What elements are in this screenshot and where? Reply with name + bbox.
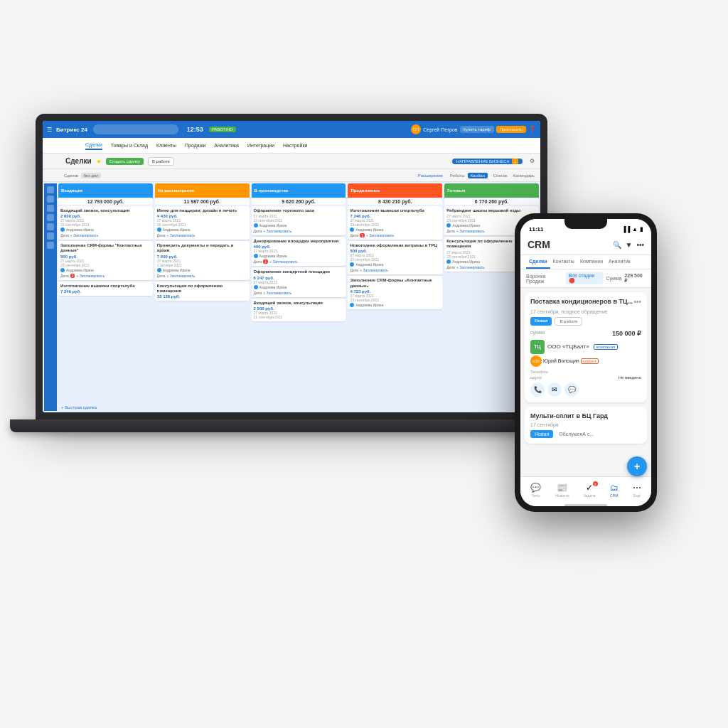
person-name: Андреева Ирина bbox=[355, 262, 383, 267]
phone-tabs: Сделки Контакты Компании Аналитик bbox=[520, 255, 651, 269]
tab-contacts[interactable]: Контакты bbox=[550, 255, 577, 269]
action-email-btn[interactable]: ✉ bbox=[547, 382, 562, 397]
search-icon[interactable]: 🔍 bbox=[613, 241, 621, 249]
table-row[interactable]: Оформление концертной площадки 6 247 руб… bbox=[252, 267, 346, 296]
card-plan-btn[interactable]: + Запланировать bbox=[360, 268, 388, 272]
nav-item-settings[interactable]: Настройки bbox=[283, 141, 307, 149]
phone-card-subtitle: 17 сентября, поздное обращение bbox=[530, 309, 641, 314]
list-item[interactable]: Поставка кондиционеров в ТЦ... ••• 17 се… bbox=[525, 292, 647, 402]
action-chat-btn[interactable]: 💬 bbox=[564, 382, 579, 397]
page-title: Сделки bbox=[65, 157, 92, 165]
card-title: Оформление торгового зала bbox=[254, 208, 344, 213]
calendar-btn[interactable]: Календарь bbox=[513, 173, 535, 178]
nav-item-warehouse[interactable]: Товары и Склад bbox=[111, 141, 148, 149]
detail-address-value: Не введено bbox=[619, 375, 641, 380]
sidebar-icon-3[interactable] bbox=[47, 205, 54, 212]
table-row[interactable]: Консультация по оформлению помещения 35 … bbox=[155, 282, 250, 301]
card-tag: Дела bbox=[60, 233, 69, 237]
nav-item-analytics[interactable]: Аналитика bbox=[214, 141, 239, 149]
fab-create-button[interactable]: + bbox=[627, 456, 647, 476]
card-date2: 21 сентября 2021 bbox=[60, 223, 151, 227]
card-plan-btn[interactable]: + Запланировать bbox=[263, 229, 291, 233]
work-filter-button[interactable]: В работе bbox=[148, 157, 174, 166]
table-row[interactable]: Декорирование площадки мероприятия 400 р… bbox=[252, 237, 346, 266]
table-row[interactable]: Проверить документы и передать в архив 7… bbox=[155, 241, 250, 279]
card-title: Консультация по оформлению помещения bbox=[157, 284, 247, 294]
action-phone-btn[interactable]: 📞 bbox=[530, 382, 545, 397]
card-plan-btn[interactable]: + Запланировать bbox=[366, 233, 395, 237]
more-icon[interactable]: ••• bbox=[636, 241, 644, 249]
card-plan-btn[interactable]: + Запланировать bbox=[167, 274, 196, 278]
person-name: Андреева Ирина bbox=[355, 303, 383, 307]
person-avatar bbox=[254, 254, 258, 258]
tab-companies[interactable]: Компании bbox=[577, 255, 606, 269]
status-new-badge[interactable]: Новая bbox=[530, 317, 552, 326]
nav-item-sales[interactable]: Продажи bbox=[185, 141, 205, 149]
table-row[interactable]: Изготовление вывески спортклуба 7 246 ру… bbox=[348, 206, 442, 240]
table-row[interactable]: Входящий звонок, консультация 2 600 руб.… bbox=[58, 206, 153, 240]
nav-item-integrations[interactable]: Интеграции bbox=[247, 141, 274, 149]
tab-deals[interactable]: Сделки bbox=[526, 255, 550, 269]
settings-icon[interactable]: ⚙ bbox=[530, 158, 535, 164]
card-tag: Дела bbox=[60, 274, 69, 278]
expand-btn[interactable]: Расширение bbox=[418, 173, 443, 178]
table-row[interactable]: Оформление торгового зала 27 марта 2021 … bbox=[252, 206, 346, 235]
status-inwork-badge[interactable]: В работе bbox=[555, 317, 582, 326]
table-row[interactable]: Заполнение CRM-формы "Контактные данные"… bbox=[58, 241, 153, 279]
card-plan-btn[interactable]: + Запланировать bbox=[167, 233, 196, 237]
person-avatar bbox=[446, 259, 451, 264]
card-plan-btn[interactable]: + Запланировать bbox=[456, 229, 485, 233]
tab-analytics[interactable]: Аналитик bbox=[606, 255, 633, 269]
nav-item-deals[interactable]: Сделки bbox=[85, 141, 102, 150]
card-plan-btn[interactable]: + Запланировать bbox=[269, 259, 298, 264]
table-row[interactable]: Входящий звонок, консультация 2 500 руб.… bbox=[252, 299, 346, 321]
bottom-btn-crm[interactable]: 🗂 CRM bbox=[610, 483, 619, 498]
sidebar-icon-2[interactable] bbox=[47, 196, 54, 203]
sidebar-icon-5[interactable] bbox=[47, 223, 54, 230]
kanban-btn[interactable]: Канбан bbox=[468, 173, 488, 178]
list-item[interactable]: Мульти-сплит в БЦ Гард 17 сентября Новая… bbox=[525, 407, 647, 444]
create-deal-button[interactable]: Создать сделку bbox=[106, 158, 144, 165]
table-row[interactable]: Заполнение CRM-формы «Контактные данные»… bbox=[348, 276, 442, 309]
filter-icon[interactable]: ▼ bbox=[626, 241, 633, 249]
card-title: Декорирование площадки мероприятия bbox=[254, 239, 344, 244]
robots-btn[interactable]: Роботы bbox=[450, 173, 465, 178]
help-icon: ❓ bbox=[528, 126, 536, 133]
battery-icon: ▮ bbox=[640, 226, 643, 232]
btn-invite[interactable]: Пригласить bbox=[496, 126, 526, 133]
table-row[interactable]: Меню для пиццерии: дизайн и печать 4 430… bbox=[155, 206, 250, 240]
card-plan-btn[interactable]: + Запланировать bbox=[263, 291, 291, 295]
bottom-btn-news[interactable]: 📰 Новости bbox=[555, 483, 569, 498]
card-plan-btn[interactable]: + Запланировать bbox=[76, 274, 105, 278]
company-name[interactable]: ООО «ТЦБалт» bbox=[547, 343, 589, 350]
card-date: 27 марта 2021 bbox=[254, 280, 344, 284]
sidebar-icon-1[interactable] bbox=[47, 186, 54, 193]
sidebar-icon-4[interactable] bbox=[47, 214, 54, 221]
nav-item-clients[interactable]: Клиенты bbox=[156, 141, 176, 149]
sidebar-icon-6[interactable] bbox=[47, 232, 54, 240]
phone-card-contact: ЮВ Юрий Волощин клиент bbox=[530, 355, 641, 367]
card-title: Заполнение CRM-формы "Контактные данные" bbox=[60, 243, 151, 253]
card-more-icon[interactable]: ••• bbox=[633, 298, 641, 306]
card-plan-btn[interactable]: + Запланировать bbox=[70, 233, 99, 237]
card-title: Меню для пиццерии: дизайн и печать bbox=[157, 208, 247, 213]
sum-label: Сумма bbox=[606, 276, 621, 281]
col-amount-inwork: 11 987 000 руб. bbox=[155, 198, 250, 205]
card-title: Входящий звонок, консультация bbox=[254, 301, 344, 306]
sidebar-icon-7[interactable] bbox=[47, 242, 54, 249]
btn-tariff[interactable]: Купить тариф bbox=[460, 126, 494, 133]
bottom-btn-tasks[interactable]: ✓ 2 Задачи bbox=[584, 483, 596, 498]
bottom-btn-more[interactable]: ⋯ Ещё bbox=[633, 483, 641, 498]
filter-stage-tag[interactable]: Все стадии 🔴 bbox=[566, 272, 604, 284]
bitrix-search[interactable] bbox=[93, 124, 178, 134]
list-btn[interactable]: Список bbox=[493, 173, 508, 178]
bottom-btn-chats[interactable]: 💬 Чаты bbox=[530, 483, 541, 498]
table-row[interactable]: Изготовление вывески спортклуба 7 246 ру… bbox=[58, 282, 153, 296]
col-amount-inprogress: 9 620 260 руб. bbox=[252, 198, 346, 205]
bitrix-toolbar: Сделки ★ Создать сделку В работе НАПРАВЛ… bbox=[43, 154, 540, 169]
user-avatar: СП bbox=[411, 124, 421, 134]
fast-deal-btn[interactable]: + Быстрая сделка bbox=[58, 404, 153, 411]
table-row[interactable]: Новогоднее оформление витрины в ТРЦ 500 … bbox=[348, 241, 442, 274]
contact-name[interactable]: Юрий Волощин bbox=[543, 358, 579, 363]
card-plan-btn[interactable]: + Запланировать bbox=[456, 265, 485, 269]
